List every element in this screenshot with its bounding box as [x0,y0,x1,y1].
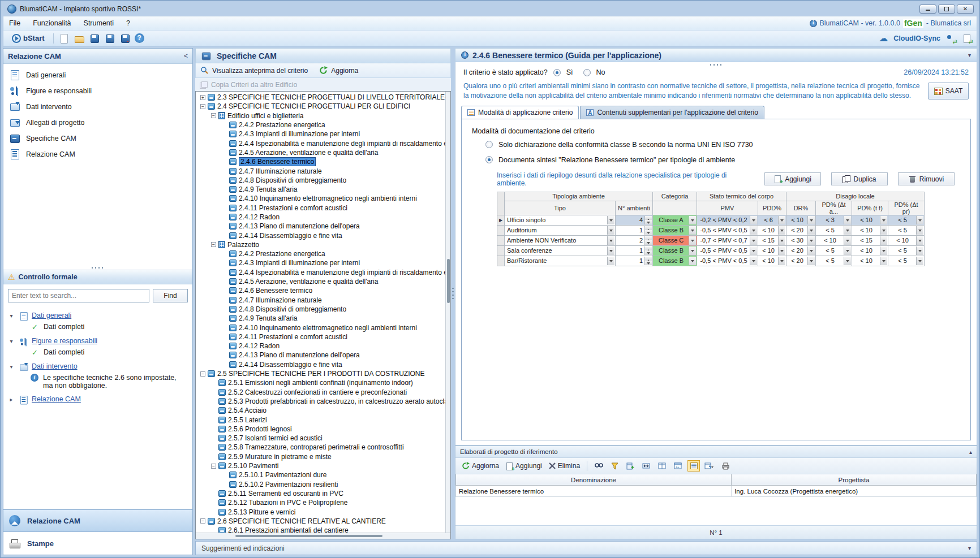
tree-item-2-4-specifiche-tecniche-progettuali-per-gl[interactable]: −2.4 SPECIFICHE TECNICHE PROGETTUALI PER… [197,102,450,111]
lines-view-icon[interactable] [687,460,700,472]
cell-tipo[interactable]: Ufficio singolo [505,215,616,225]
cell-pmv[interactable]: -0,2 < PMV < 0,2 [697,215,758,225]
radio-yes-label[interactable]: Sì [566,68,573,76]
chevron-right-icon[interactable]: ▸ [8,396,15,403]
open-file-icon[interactable] [74,33,84,44]
radio-option-documenta[interactable] [485,156,493,163]
tree-item-2-4-10-inquinamento-elettromagnetico-negli[interactable]: 2.4.10 Inquinamento elettromagnetico neg… [197,194,450,203]
column-progettista[interactable]: Progettista [732,474,977,486]
tree-item-2-4-2-prestazione-energetica[interactable]: 2.4.2 Prestazione energetica [197,120,450,129]
dropdown-button[interactable] [607,226,614,235]
refresh-button[interactable]: Aggiorna [331,67,358,75]
cell-progettista[interactable]: Ing. Luca Cocozza (Progettista energetic… [732,486,977,497]
collapse-box-icon[interactable]: − [200,518,205,524]
dropdown-button[interactable] [880,257,887,265]
cell-n-ambienti[interactable]: 1 [616,245,653,256]
radio-no-label[interactable]: No [596,68,605,76]
sidebar-item-figure-e-responsabili[interactable]: Figure e responsabili [3,83,192,99]
col-categoria-sub[interactable] [653,201,697,215]
tree-item-2-4-6-benessere-termico[interactable]: 2.4.6 Benessere termico [197,157,450,166]
tree-item-2-4-14-disassemblaggio-e-fine-vita[interactable]: 2.4.14 Disassemblaggio e fine vita [197,231,450,240]
tree-item-2-5-10-2-pavimentazioni-resilienti[interactable]: 2.5.10.2 Pavimentazioni resilienti [197,479,450,488]
sync-doc-icon[interactable] [962,34,972,43]
copy-criteria-button[interactable]: Copia Criteri da altro Edificio [211,81,297,89]
dropdown-button[interactable] [916,246,923,255]
dropdown-button[interactable] [778,257,785,265]
cell-pmv[interactable]: -0,5 < PMV < 0,5 [697,245,758,256]
collapse-box-icon[interactable]: − [200,371,205,377]
cell-pd-dt-a[interactable]: < 5 [816,245,852,256]
save-icon[interactable] [89,33,100,44]
dropdown-button[interactable] [916,236,923,245]
dropdown-button[interactable] [807,257,815,265]
cell-tipo[interactable]: Sala conferenze [505,245,616,256]
export-icon[interactable] [703,460,716,472]
cell-tipo[interactable]: Ambiente NON Verificato [505,235,616,245]
cloud-sync-button[interactable]: CloudIO-Sync [893,34,940,42]
dropdown-button[interactable] [689,257,696,265]
cell-pmv[interactable]: -0,5 < PMV < 0,5 [697,256,758,266]
duplicate-row-button[interactable]: Duplica [831,172,888,185]
close-button[interactable]: ✕ [957,5,974,14]
tree-item-2-3-specifiche-tecniche-progettuali-di-liv[interactable]: +2.3 SPECIFICHE TECNICHE PROGETTUALI DI … [197,93,450,102]
elaborati-row[interactable]: Relazione Benessere termicoIng. Luca Coc… [455,486,977,497]
sidebar-collapse-button[interactable]: < [184,52,188,60]
tree-item-2-5-9-murature-in-pietrame-e-miste[interactable]: 2.5.9 Murature in pietrame e miste [197,452,450,461]
cell-pmv[interactable]: -0,7 < PMV < 0,7 [697,235,758,245]
minimize-button[interactable] [919,5,936,14]
sidebar-item-relazione-cam[interactable]: Relazione CAM [3,146,192,162]
new-file-icon[interactable] [58,33,69,44]
collapse-box-icon[interactable]: − [211,242,216,247]
tree-item-2-4-12-radon[interactable]: 2.4.12 Radon [197,341,450,351]
dropdown-button[interactable] [844,257,851,265]
sidebar-item-specifiche-cam[interactable]: Specifiche CAM [3,131,192,146]
cell-pd-dt-a[interactable]: < 10 [816,235,852,245]
cell-pd-dt-pr[interactable]: < 5 [888,245,925,256]
dropdown-button[interactable] [689,226,696,235]
footer-item-relazione-cam[interactable]: Relazione CAM [3,509,192,532]
cell-categoria[interactable]: Classe C [653,235,697,245]
dropdown-button[interactable] [844,216,851,224]
dropdown-button[interactable] [916,257,923,265]
tree-item-2-4-13-piano-di-manutenzione-dell-opera[interactable]: 2.4.13 Piano di manutenzione dell'opera [197,351,450,360]
dropdown-button[interactable] [689,246,696,255]
cell-pd-dt-pr[interactable]: < 5 [888,215,925,225]
ambiente-row[interactable]: ▶Ufficio singolo4Classe A-0,2 < PMV < 0,… [497,215,925,225]
tree-item-2-5-6-prodotti-legnosi[interactable]: 2.5.6 Prodotti legnosi [197,425,450,434]
cell-pd-t-f[interactable]: < 10 [852,245,888,256]
spinner-buttons[interactable] [644,216,652,224]
ambiente-row[interactable]: Sala conferenze1Classe B-0,5 < PMV < 0,5… [497,245,925,256]
find-icon[interactable] [592,460,605,472]
ambiente-row[interactable]: Auditorium1Classe B-0,5 < PMV < 0,5< 10<… [497,225,925,235]
menu-funzionalita[interactable]: Funzionalità [33,19,71,27]
dropdown-button[interactable] [807,236,815,245]
cell-tipo[interactable]: Auditorium [505,225,616,235]
bstart-button[interactable]: bStart [8,33,49,44]
menu-file[interactable]: File [9,19,20,27]
tree-item-2-5-2-calcestruzzi-confezionati-in-cantier[interactable]: 2.5.2 Calcestruzzi confezionati in canti… [197,388,450,397]
tree-item-2-5-specifiche-tecniche-per-i-prodotti-da-[interactable]: −2.5 SPECIFICHE TECNICHE PER I PRODOTTI … [197,369,450,378]
controllo-node-label[interactable]: Figure e responsabili [32,337,97,345]
col-n-ambienti[interactable]: N° ambienti [616,201,653,215]
radio-option-declaration[interactable] [485,141,493,148]
option-declaration-label[interactable]: Solo dichiarazione della conformità clas… [498,141,753,149]
search-input[interactable] [8,289,149,302]
cell-pd-dt-a[interactable]: < 5 [816,225,852,235]
dropdown-button[interactable] [916,216,923,224]
sidebar-item-allegati-di-progetto[interactable]: Allegati di progetto [3,115,192,131]
chevron-up-icon[interactable]: ▴ [969,449,972,455]
chevron-down-icon[interactable]: ▾ [968,545,971,551]
tree-item-2-4-7-illuminazione-naturale[interactable]: 2.4.7 Illuminazione naturale [197,166,450,175]
cell-categoria[interactable]: Classe B [653,245,697,256]
tree-vertical-scrollbar[interactable] [445,92,450,533]
tab-contenuti-supplementari[interactable]: A Contenuti supplementari per l'applicaz… [580,106,764,119]
tree-item-2-4-8-dispositivi-di-ombreggiamento[interactable]: 2.4.8 Dispositivi di ombreggiamento [197,176,450,185]
option-documenta-label[interactable]: Documenta sintesi "Relazione Benessere t… [498,156,735,164]
tree-item-edificio-uffici-e-biglietteria[interactable]: −Edificio uffici e biglietteria [197,111,450,120]
tree-item-2-4-14-disassemblaggio-e-fine-vita[interactable]: 2.4.14 Disassemblaggio e fine vita [197,360,450,369]
dropdown-button[interactable] [916,226,923,235]
dropdown-button[interactable] [880,226,887,235]
chevron-down-icon[interactable]: ▾ [8,313,15,319]
cell-pd-t-f[interactable]: < 10 [852,215,888,225]
cell-pd-dt-pr[interactable]: < 5 [888,256,925,266]
